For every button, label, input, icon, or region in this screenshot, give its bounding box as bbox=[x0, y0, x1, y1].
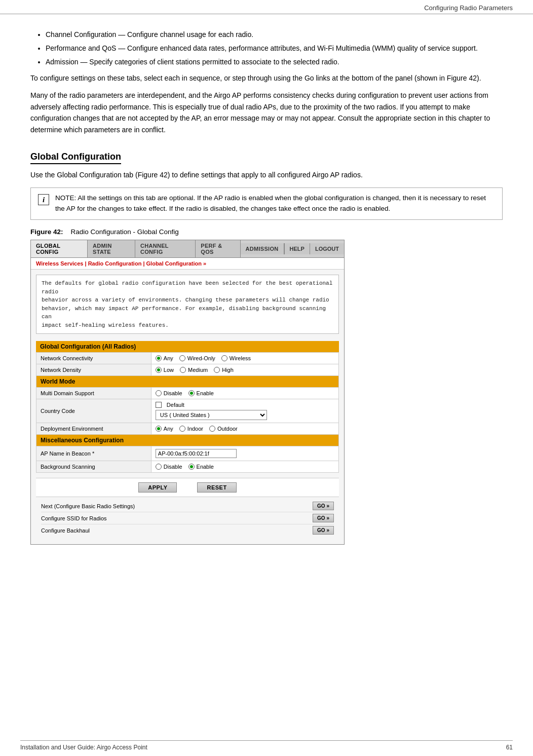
action-buttons: APPLY RESET bbox=[36, 478, 339, 497]
go-section: Next (Configure Basic Radio Settings) GO… bbox=[36, 497, 339, 539]
radio-circle-wired bbox=[179, 355, 185, 361]
ap-name-input[interactable] bbox=[156, 449, 237, 458]
section-heading: Global Configuration bbox=[30, 152, 121, 164]
radio-group-density: Low Medium High bbox=[156, 367, 334, 373]
tab-perf-qos[interactable]: PERF & QOS bbox=[196, 240, 240, 257]
radio-enable-scan[interactable]: Enable bbox=[188, 464, 214, 470]
value-bg-scanning: Disable Enable bbox=[151, 461, 338, 473]
list-item: Admission — Specify categories of client… bbox=[46, 57, 503, 67]
radio-indoor[interactable]: Indoor bbox=[179, 426, 203, 432]
note-text: NOTE: All the settings on this tab are o… bbox=[55, 193, 495, 214]
table-row: Network Connectivity Any Wired-Only bbox=[36, 353, 339, 364]
radio-wired-only[interactable]: Wired-Only bbox=[179, 355, 215, 361]
value-deployment: Any Indoor Outdoor bbox=[151, 423, 338, 435]
paragraph-1: To configure settings on these tabs, sel… bbox=[30, 72, 503, 84]
table-row: Multi Domain Support Disable Enable bbox=[36, 388, 339, 399]
radio-outdoor[interactable]: Outdoor bbox=[209, 426, 238, 432]
radio-circle-high bbox=[214, 367, 220, 373]
help-button[interactable]: HELP bbox=[284, 243, 310, 254]
radio-enable-domain[interactable]: Enable bbox=[188, 390, 214, 396]
label-country-code: Country Code bbox=[36, 399, 151, 423]
table-row: Background Scanning Disable Enable bbox=[36, 461, 339, 473]
radio-circle-enable-scan bbox=[188, 464, 195, 470]
world-mode-header: World Mode bbox=[36, 376, 338, 387]
chapter-title: Configuring Radio Parameters bbox=[424, 4, 513, 12]
radio-group-domain: Disable Enable bbox=[156, 390, 334, 396]
ui-tabs: GLOBAL CONFIG ADMIN STATE CHANNEL CONFIG… bbox=[31, 240, 344, 258]
bullet-list: Channel Configuration — Configure channe… bbox=[46, 29, 503, 67]
go-button-2[interactable]: GO » bbox=[313, 514, 334, 522]
table-row-misc-header: Miscellaneous Configuration bbox=[36, 435, 339, 446]
page-header: Configuring Radio Parameters bbox=[0, 0, 533, 14]
tab-global-config[interactable]: GLOBAL CONFIG bbox=[31, 240, 88, 257]
radio-circle-disable-scan bbox=[156, 464, 162, 470]
section-body: Use the Global Configuration tab (Figure… bbox=[30, 169, 503, 180]
global-config-header: Global Configuration (All Radios) bbox=[36, 341, 339, 352]
value-network-density: Low Medium High bbox=[151, 364, 338, 376]
label-bg-scanning: Background Scanning bbox=[36, 461, 151, 473]
checkbox-default[interactable] bbox=[156, 402, 162, 408]
radio-wireless[interactable]: Wireless bbox=[221, 355, 251, 361]
page-footer: Installation and User Guide: Airgo Acces… bbox=[20, 740, 513, 751]
figure-label: Figure 42: bbox=[30, 228, 63, 236]
go-row-3: Configure Backhaul GO » bbox=[41, 524, 334, 536]
label-network-density: Network Density bbox=[36, 364, 151, 376]
label-network-connectivity: Network Connectivity bbox=[36, 353, 151, 364]
value-country-code: Default US ( United States ) bbox=[151, 399, 338, 423]
table-row: Deployment Environment Any Indoor bbox=[36, 423, 339, 435]
label-multi-domain: Multi Domain Support bbox=[36, 388, 151, 399]
list-item: Channel Configuration — Configure channe… bbox=[46, 29, 503, 40]
misc-config-header: Miscellaneous Configuration bbox=[36, 435, 338, 446]
value-ap-name bbox=[151, 446, 338, 461]
logout-button[interactable]: LOGOUT bbox=[310, 243, 344, 254]
go-button-3[interactable]: GO » bbox=[313, 526, 334, 535]
radio-circle-enable-domain bbox=[188, 390, 195, 396]
table-row: Network Density Low Medium bbox=[36, 364, 339, 376]
radio-circle-wireless bbox=[221, 355, 227, 361]
breadcrumb: Wireless Services | Radio Configuration … bbox=[31, 258, 344, 270]
radio-circle-disable-domain bbox=[156, 390, 162, 396]
go-label-3: Configure Backhaul bbox=[41, 527, 313, 534]
country-select[interactable]: US ( United States ) bbox=[156, 410, 267, 420]
radio-disable-scan[interactable]: Disable bbox=[156, 464, 182, 470]
go-row-2: Configure SSID for Radios GO » bbox=[41, 512, 334, 524]
radio-any[interactable]: Any bbox=[156, 355, 173, 361]
page-content: Channel Configuration — Configure channe… bbox=[0, 14, 533, 565]
ui-body: The defaults for global radio configurat… bbox=[31, 270, 344, 544]
info-box: The defaults for global radio configurat… bbox=[36, 275, 339, 334]
radio-circle-indoor bbox=[179, 426, 185, 432]
table-row-world-mode: World Mode bbox=[36, 376, 339, 388]
table-row: Country Code Default US ( United States … bbox=[36, 399, 339, 423]
reset-button[interactable]: RESET bbox=[197, 482, 236, 493]
go-label-1: Next (Configure Basic Radio Settings) bbox=[41, 503, 313, 509]
figure-title: Radio Configuration - Global Config bbox=[71, 228, 179, 236]
radio-group-connectivity: Any Wired-Only Wireless bbox=[156, 355, 334, 361]
tab-admission[interactable]: ADMISSION bbox=[241, 243, 284, 254]
go-button-1[interactable]: GO » bbox=[313, 502, 334, 510]
footer-left: Installation and User Guide: Airgo Acces… bbox=[20, 744, 147, 751]
apply-button[interactable]: APPLY bbox=[138, 482, 177, 493]
config-table: Network Connectivity Any Wired-Only bbox=[36, 352, 339, 473]
radio-circle-any-deploy bbox=[156, 426, 162, 432]
value-network-connectivity: Any Wired-Only Wireless bbox=[151, 353, 338, 364]
label-ap-name: AP Name in Beacon * bbox=[36, 446, 151, 461]
figure-caption: Figure 42: Radio Configuration - Global … bbox=[30, 228, 503, 236]
radio-circle-outdoor bbox=[209, 426, 215, 432]
label-deployment: Deployment Environment bbox=[36, 423, 151, 435]
radio-disable-domain[interactable]: Disable bbox=[156, 390, 182, 396]
value-multi-domain: Disable Enable bbox=[151, 388, 338, 399]
ui-frame: GLOBAL CONFIG ADMIN STATE CHANNEL CONFIG… bbox=[30, 240, 345, 545]
go-label-2: Configure SSID for Radios bbox=[41, 515, 313, 521]
radio-any-deploy[interactable]: Any bbox=[156, 426, 173, 432]
footer-right: 61 bbox=[506, 744, 513, 751]
radio-low[interactable]: Low bbox=[156, 367, 174, 373]
radio-circle-low bbox=[156, 367, 162, 373]
tab-admin-state[interactable]: ADMIN STATE bbox=[88, 240, 135, 257]
tab-channel-config[interactable]: CHANNEL CONFIG bbox=[135, 240, 196, 257]
radio-high[interactable]: High bbox=[214, 367, 234, 373]
table-row: AP Name in Beacon * bbox=[36, 446, 339, 461]
radio-medium[interactable]: Medium bbox=[180, 367, 208, 373]
note-icon: i bbox=[38, 194, 49, 205]
note-box: i NOTE: All the settings on this tab are… bbox=[30, 187, 503, 220]
radio-circle-any bbox=[156, 355, 162, 361]
